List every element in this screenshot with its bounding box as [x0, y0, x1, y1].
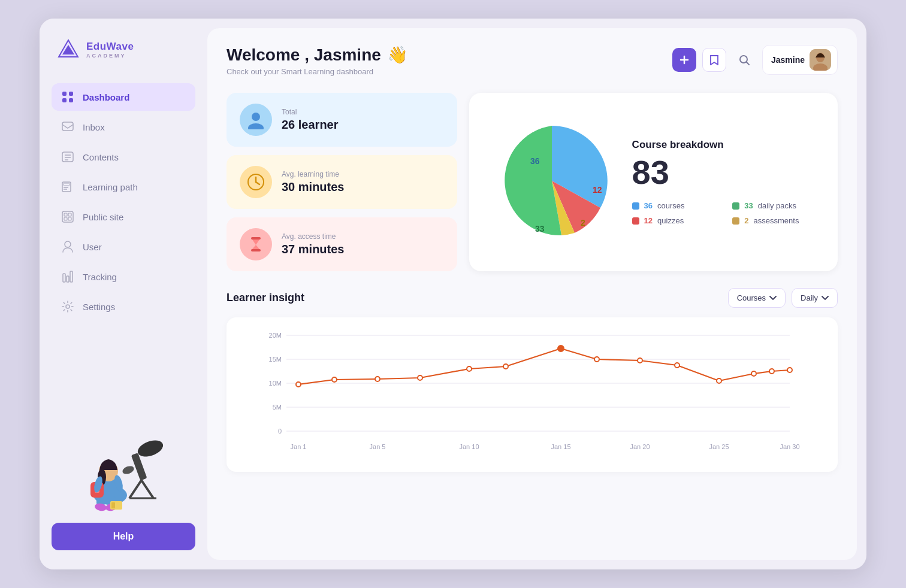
- insight-title: Learner insight: [226, 292, 304, 304]
- illustration-svg: [58, 417, 189, 513]
- svg-rect-5: [69, 98, 73, 102]
- logo-name: EduWave: [86, 41, 134, 53]
- user-label: User: [83, 242, 102, 252]
- legend-label-daily-packs: daily packs: [758, 201, 796, 210]
- breakdown-legend: 36 courses 33 daily packs 12 quizzes: [632, 201, 821, 225]
- stat-card-access-time: Avg. access time 37 minutes: [226, 217, 457, 271]
- svg-text:Jan 30: Jan 30: [780, 443, 799, 450]
- public-site-label: Public site: [83, 212, 123, 222]
- logo: EduWave ACADEMY: [52, 38, 195, 62]
- chart-area: 20M 15M 10M 5M 0 Jan 1 Jan 5 Jan 10 Jan …: [226, 317, 838, 472]
- legend-count-assessments: 2: [744, 216, 748, 225]
- learning-path-label: Learning path: [83, 182, 138, 192]
- sidebar-item-public-site[interactable]: Public site: [52, 203, 195, 231]
- legend-label-courses: courses: [657, 201, 685, 210]
- svg-rect-57: [251, 237, 261, 240]
- sidebar-item-tracking[interactable]: Tracking: [52, 263, 195, 290]
- courses-filter[interactable]: Courses: [728, 288, 786, 308]
- plus-icon: [680, 55, 689, 65]
- breakdown-card: 36 12 2 33 Course breakdown 83 36 course…: [469, 93, 838, 271]
- sidebar-item-user[interactable]: User: [52, 233, 195, 260]
- user-chip: Jasmine: [762, 45, 838, 75]
- svg-text:Jan 20: Jan 20: [630, 443, 650, 450]
- learning-time-icon-wrap: [240, 166, 272, 198]
- main-content: Welcome , Jasmine 👋 Check out your Smart…: [207, 28, 857, 560]
- search-button[interactable]: [732, 48, 756, 72]
- header-left: Welcome , Jasmine 👋 Check out your Smart…: [226, 45, 408, 76]
- data-point: [332, 377, 337, 382]
- svg-line-48: [747, 62, 749, 65]
- learner-icon: [246, 110, 265, 129]
- breakdown-total: 83: [632, 156, 821, 189]
- svg-rect-6: [62, 122, 73, 131]
- logo-text: EduWave ACADEMY: [86, 41, 134, 59]
- svg-rect-4: [62, 98, 67, 102]
- chevron-down-icon-2: [822, 296, 829, 301]
- pie-chart: 36 12 2 33: [486, 115, 618, 249]
- legend-daily-packs: 33 daily packs: [732, 201, 821, 210]
- sidebar-illustration: [52, 417, 195, 513]
- svg-rect-42: [111, 502, 115, 508]
- svg-rect-19: [68, 217, 71, 220]
- dashboard-icon: [61, 90, 74, 104]
- svg-line-29: [141, 480, 153, 498]
- svg-rect-17: [68, 213, 71, 216]
- sidebar-item-settings[interactable]: Settings: [52, 293, 195, 320]
- legend-dot-courses: [632, 202, 639, 210]
- contents-icon: [61, 150, 74, 163]
- svg-text:Jan 10: Jan 10: [459, 443, 479, 450]
- svg-rect-58: [251, 249, 261, 251]
- svg-rect-16: [64, 213, 67, 216]
- sidebar-item-contents[interactable]: Contents: [52, 143, 195, 171]
- logo-icon: [56, 38, 80, 62]
- help-button[interactable]: Help: [52, 523, 195, 550]
- svg-point-27: [122, 465, 135, 475]
- nav-menu: Dashboard Inbox: [52, 83, 195, 405]
- sidebar-item-learning-path[interactable]: Learning path: [52, 173, 195, 201]
- insight-section-header: Learner insight Courses Daily: [226, 288, 838, 308]
- access-time-icon-wrap: [240, 228, 272, 260]
- data-point: [467, 366, 472, 371]
- bookmark-button[interactable]: [702, 48, 726, 72]
- legend-courses: 36 courses: [632, 201, 721, 210]
- data-point: [296, 382, 301, 387]
- learner-icon-wrap: [240, 104, 272, 136]
- stat-card-learners: Total 26 learner: [226, 93, 457, 147]
- legend-count-courses: 36: [644, 201, 653, 210]
- svg-text:0: 0: [278, 428, 282, 435]
- settings-icon: [61, 300, 74, 313]
- tracking-label: Tracking: [83, 272, 117, 282]
- svg-text:Jan 5: Jan 5: [370, 443, 386, 450]
- courses-filter-label: Courses: [737, 293, 766, 302]
- daily-filter[interactable]: Daily: [792, 288, 838, 308]
- data-point: [503, 364, 508, 369]
- data-point: [594, 357, 599, 362]
- svg-text:20M: 20M: [269, 332, 282, 339]
- clock-icon: [246, 172, 265, 192]
- line-chart-svg: 20M 15M 10M 5M 0 Jan 1 Jan 5 Jan 10 Jan …: [241, 329, 823, 461]
- avatar: [810, 49, 831, 71]
- add-button[interactable]: [672, 48, 696, 72]
- data-point: [675, 363, 680, 368]
- inbox-label: Inbox: [83, 122, 105, 132]
- stat-value-learners: 26 learner: [282, 118, 339, 132]
- svg-text:Jan 1: Jan 1: [291, 443, 307, 450]
- stat-label-learners: Total: [282, 108, 339, 116]
- chevron-down-icon: [769, 296, 777, 301]
- user-icon: [61, 240, 74, 253]
- stat-info-access-time: Avg. access time 37 minutes: [282, 232, 344, 256]
- legend-dot-quizzes: [632, 217, 639, 225]
- svg-point-47: [740, 56, 747, 63]
- inbox-icon: [61, 120, 74, 134]
- welcome-subtitle: Check out your Smart Learning dashboard: [226, 67, 408, 76]
- svg-text:15M: 15M: [269, 356, 282, 363]
- svg-rect-12: [64, 183, 70, 186]
- svg-rect-21: [63, 274, 65, 282]
- data-point: [418, 375, 422, 380]
- legend-quizzes: 12 quizzes: [632, 216, 721, 225]
- sidebar-item-inbox[interactable]: Inbox: [52, 113, 195, 141]
- dashboard-label: Dashboard: [83, 92, 129, 102]
- header-right: Jasmine: [672, 45, 838, 75]
- sidebar-item-dashboard[interactable]: Dashboard: [52, 83, 195, 111]
- stat-label-access-time: Avg. access time: [282, 232, 344, 241]
